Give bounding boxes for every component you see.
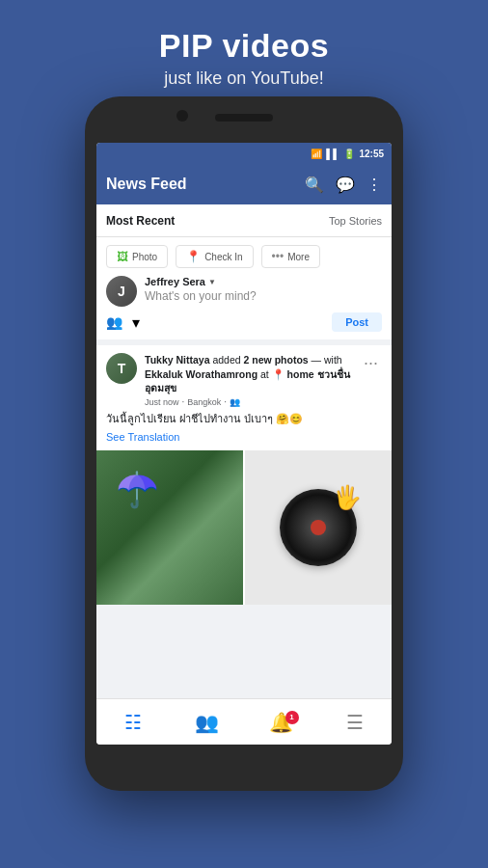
composer-name-row: Jeffrey Sera ▼	[145, 276, 382, 287]
battery-icon: 🔋	[343, 149, 355, 159]
post-composer: 🖼 Photo 📍 Check In ••• More J	[96, 237, 392, 345]
composer-actions: 🖼 Photo 📍 Check In ••• More	[106, 245, 382, 268]
post-image-right[interactable]: 🖐	[245, 450, 392, 605]
more-button[interactable]: ••• More	[261, 245, 320, 268]
avatar-initials: T	[118, 361, 126, 376]
post-more-icon[interactable]: ···	[360, 353, 382, 373]
navbar-title: News Feed	[106, 176, 305, 193]
post-timestamp: Just now	[145, 397, 179, 407]
see-translation-link[interactable]: See Translation	[106, 429, 382, 446]
phone-speaker	[215, 114, 273, 122]
dropdown-icon[interactable]: ▼	[208, 278, 216, 286]
post-image-left[interactable]: ☂️	[96, 450, 243, 605]
location-icon: 📍	[186, 250, 201, 263]
notification-badge: 1	[285, 711, 299, 724]
checkin-button[interactable]: 📍 Check In	[176, 245, 253, 268]
wifi-icon: 📶	[311, 149, 322, 159]
phone-body: 📶 ▌▌ 🔋 12:55 News Feed 🔍 💬 ⋮ Most Recent…	[85, 96, 403, 791]
photo-button[interactable]: 🖼 Photo	[106, 245, 168, 268]
feed-post: T Tukky Nittaya added 2 new photos — wit…	[96, 345, 392, 605]
signal-icon: ▌▌	[326, 149, 339, 159]
meta-separator: ·	[182, 396, 185, 407]
navbar-icons: 🔍 💬 ⋮	[305, 176, 382, 194]
promo-header: PIP videos just like on YouTube!	[0, 0, 488, 106]
post-location-pin: 📍	[272, 368, 285, 380]
hand-icon: 🖐	[333, 484, 362, 511]
vinyl-image: 🖐	[245, 450, 392, 605]
post-author-avatar: T	[106, 353, 137, 384]
top-stories-tab[interactable]: Top Stories	[329, 215, 382, 227]
garden-image: ☂️	[96, 450, 243, 605]
composer-right: Jeffrey Sera ▼ What's on your mind?	[145, 276, 382, 303]
photo-label: Photo	[132, 252, 157, 262]
post-text: วันนี้ลูกไปเรียน ฝาชีไปทำงาน ป่เบาๆ 🤗😊 S…	[96, 411, 392, 450]
messenger-icon[interactable]: 💬	[336, 176, 355, 194]
checkin-label: Check In	[204, 252, 242, 262]
audience-selector[interactable]: 👥 ▾	[106, 313, 140, 332]
post-city: Bangkok	[187, 397, 221, 407]
sub-nav: Most Recent Top Stories	[96, 204, 392, 237]
umbrella-icon: ☂️	[116, 470, 159, 510]
more-options-icon[interactable]: ⋮	[366, 176, 382, 194]
post-body-text: วันนี้ลูกไปเรียน ฝาชีไปทำงาน ป่เบาๆ 🤗😊	[106, 413, 303, 424]
facebook-navbar: News Feed 🔍 💬 ⋮	[96, 164, 392, 204]
photo-icon: 🖼	[117, 250, 128, 263]
nav-menu[interactable]: ☰	[318, 711, 393, 734]
status-bar: 📶 ▌▌ 🔋 12:55	[96, 143, 392, 164]
menu-icon: ☰	[346, 711, 364, 734]
friends-icon: 👥	[106, 314, 129, 330]
post-button[interactable]: Post	[332, 312, 382, 332]
phone-wrapper: 📶 ▌▌ 🔋 12:55 News Feed 🔍 💬 ⋮ Most Recent…	[85, 96, 403, 849]
nav-notifications[interactable]: 🔔 1	[244, 711, 318, 734]
composer-bottom-row: 👥 ▾ Post	[106, 312, 382, 332]
newsfeed-icon: ☷	[124, 711, 142, 734]
most-recent-tab[interactable]: Most Recent	[106, 214, 175, 228]
composer-avatar: J	[106, 276, 137, 307]
post-meta: Just now · Bangkok · 👥	[145, 396, 352, 407]
bottom-navigation: ☷ 👥 🔔 1 ☰	[96, 698, 392, 745]
status-time: 12:55	[359, 149, 384, 159]
more-label: More	[287, 252, 310, 262]
composer-username: Jeffrey Sera	[145, 276, 205, 287]
meta-separator-2: ·	[224, 396, 227, 407]
composer-input-row: J Jeffrey Sera ▼ What's on your mind?	[106, 276, 382, 307]
friends-nav-icon: 👥	[195, 711, 219, 734]
post-author[interactable]: Tukky Nittaya	[145, 354, 210, 366]
promo-subtitle: just like on YouTube!	[0, 68, 488, 89]
dropdown-arrow: ▾	[132, 313, 140, 332]
search-icon[interactable]: 🔍	[305, 176, 324, 194]
post-images: ☂️ 🖐	[96, 450, 392, 605]
post-info: Tukky Nittaya added 2 new photos — with …	[145, 353, 352, 407]
promo-title: PIP videos	[0, 27, 488, 65]
nav-newsfeed[interactable]: ☷	[96, 711, 171, 734]
audience-icon-post: 👥	[230, 397, 240, 407]
post-header: T Tukky Nittaya added 2 new photos — wit…	[96, 345, 392, 411]
more-icon: •••	[272, 250, 285, 263]
phone-screen: 📶 ▌▌ 🔋 12:55 News Feed 🔍 💬 ⋮ Most Recent…	[96, 143, 392, 745]
post-title: Tukky Nittaya added 2 new photos — with …	[145, 353, 352, 395]
nav-friends[interactable]: 👥	[171, 711, 245, 734]
composer-placeholder[interactable]: What's on your mind?	[145, 289, 382, 303]
phone-camera	[176, 110, 188, 122]
